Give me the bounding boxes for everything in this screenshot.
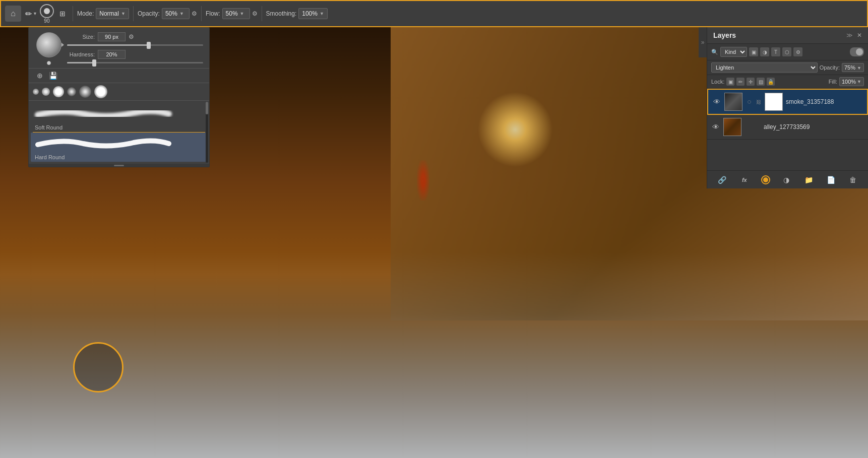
brush-list-item-hard-round[interactable]: Hard Round <box>31 133 207 162</box>
brush-presets-row <box>29 83 209 100</box>
flow-label: Flow: <box>206 10 220 17</box>
lock-artboard-icon[interactable]: ▨ <box>757 78 765 86</box>
size-slider-thumb[interactable] <box>147 42 151 49</box>
new-layer-button[interactable]: 📄 <box>825 174 836 185</box>
filter-shape-icon[interactable]: ⬡ <box>782 47 791 56</box>
size-input[interactable] <box>98 32 126 41</box>
collapse-arrow-icon: » <box>701 39 705 46</box>
delete-layer-button[interactable]: 🗑 <box>847 174 858 185</box>
brush-action-icons-row: ⊕ 💾 <box>29 68 209 83</box>
layers-panel-collapse[interactable]: ≫ <box>846 32 853 39</box>
hard-round-preview <box>33 134 205 154</box>
blend-mode-select[interactable]: Lighten <box>711 62 818 73</box>
brush-preview-circle[interactable] <box>36 32 61 57</box>
size-slider[interactable] <box>67 44 203 46</box>
layer-fx-button[interactable]: fx <box>739 174 750 185</box>
brush-tool-button[interactable]: ✏ ▼ <box>25 9 37 19</box>
blend-opacity-row: Lighten Opacity: 75% ▼ <box>707 60 868 75</box>
filter-adjust-icon[interactable]: ◑ <box>760 47 769 56</box>
hardness-slider[interactable] <box>67 62 203 63</box>
hardness-slider-thumb[interactable] <box>92 59 96 67</box>
home-button[interactable]: ⌂ <box>5 6 21 22</box>
brush-preset-3[interactable] <box>53 86 64 97</box>
save-brush-icon[interactable]: 💾 <box>47 71 59 81</box>
kind-filter-icon: 🔍 <box>711 49 718 55</box>
layer-group-button[interactable]: 📁 <box>803 174 814 185</box>
brush-list-item-soft-round[interactable]: Soft Round <box>31 103 207 132</box>
smoothing-input[interactable]: 100% ▼ <box>298 8 328 19</box>
smoke-layer-info: smoke_31357188 <box>786 98 863 105</box>
brush-preset-6[interactable] <box>94 85 107 98</box>
hardness-input[interactable] <box>98 50 126 59</box>
add-brush-icon[interactable]: ⊕ <box>35 71 45 81</box>
layers-right-collapse-handle[interactable]: » <box>699 27 707 57</box>
filter-type-icon[interactable]: T <box>771 47 780 56</box>
layers-panel-close[interactable]: ✕ <box>857 32 862 39</box>
size-settings-icon[interactable]: ⚙ <box>129 33 134 40</box>
separator-1 <box>73 6 73 21</box>
filter-pixel-icon[interactable]: ▣ <box>749 47 758 56</box>
layer-visibility-smoke[interactable]: 👁 <box>712 97 721 106</box>
soft-round-preview <box>33 104 205 124</box>
lock-paint-icon[interactable]: ✏ <box>736 78 745 86</box>
layer-item-alley[interactable]: 👁 alley_127733569 <box>707 115 868 140</box>
layers-filter-row: 🔍 Kind ▣ ◑ T ⬡ ⚙ <box>707 44 868 60</box>
smoke-layer-name: smoke_31357188 <box>786 98 834 105</box>
flow-input[interactable]: 50% ▼ <box>222 8 250 19</box>
mask-circle-fill <box>763 177 768 182</box>
layers-panel: Layers ≫ ✕ 🔍 Kind ▣ ◑ T ⬡ ⚙ Lighten Opac… <box>707 27 868 188</box>
fill-value-text: 100% <box>842 79 856 85</box>
brush-panel: Size: ⚙ Hardness: <box>28 27 210 167</box>
lock-position-icon[interactable]: ✛ <box>747 78 755 86</box>
brush-preset-5[interactable] <box>79 86 91 98</box>
eye-icon-smoke: 👁 <box>713 98 720 106</box>
brush-list-scroll-thumb[interactable] <box>206 102 208 114</box>
layer-item-smoke[interactable]: 👁 ⬡ ⛓ smoke_31357188 <box>707 89 868 115</box>
smoke-badge: ⬡ <box>746 98 753 105</box>
filter-toggle[interactable] <box>850 47 864 56</box>
layer-link-button[interactable]: 🔗 <box>717 174 728 185</box>
brush-icon: ✏ <box>25 9 32 19</box>
brush-sliders: Size: ⚙ Hardness: <box>67 32 203 63</box>
smoothing-dropdown-arrow: ▼ <box>320 11 324 16</box>
smoothing-label: Smoothing: <box>266 10 297 17</box>
fill-value-box[interactable]: 100% ▼ <box>839 77 864 86</box>
hardness-label: Hardness: <box>67 51 95 57</box>
brush-options-icon[interactable]: ⊞ <box>56 8 69 20</box>
layer-chain-icon: ⛓ <box>756 99 761 105</box>
opacity-options-icon[interactable]: ⚙ <box>192 10 197 17</box>
layer-visibility-alley[interactable]: 👁 <box>711 122 720 132</box>
brush-panel-resize-handle[interactable] <box>29 164 209 167</box>
brush-preset-2[interactable] <box>42 88 50 96</box>
resize-indicator <box>114 165 124 166</box>
lock-pixels-icon[interactable]: ▣ <box>726 78 734 86</box>
brush-list-scrollbar[interactable] <box>206 102 208 163</box>
layers-panel-header: Layers ≫ ✕ <box>707 27 868 44</box>
layer-mask-button[interactable] <box>761 175 770 184</box>
brush-preset-4[interactable] <box>67 87 76 96</box>
flow-options-icon[interactable]: ⚙ <box>252 10 258 17</box>
toolbar: ⌂ ✏ ▼ 90 ⊞ Mode: Normal ▼ Opacity: 50% ▼… <box>0 0 868 27</box>
mode-group: Mode: Normal ▼ <box>77 8 129 19</box>
opacity-value-box[interactable]: 75% ▼ <box>842 63 864 72</box>
opacity-dropdown-arrow: ▼ <box>179 11 184 16</box>
flow-value: 50% <box>226 10 238 17</box>
smoke-mask-thumb <box>765 93 783 111</box>
lock-all-icon[interactable]: 🔒 <box>767 78 775 86</box>
brush-preset-1[interactable] <box>33 89 39 95</box>
opacity-group: Opacity: 50% ▼ ⚙ <box>138 8 197 19</box>
filter-smart-icon[interactable]: ⚙ <box>793 47 802 56</box>
layer-adjustment-button[interactable]: ◑ <box>781 174 792 185</box>
brush-list: Soft Round Hard Round <box>29 100 209 164</box>
smoke-overlay <box>0 252 868 458</box>
brush-preview-row: Size: ⚙ Hardness: <box>29 28 209 68</box>
opacity-input[interactable]: 50% ▼ <box>162 8 190 19</box>
smoothing-value: 100% <box>302 10 318 17</box>
mode-label: Mode: <box>77 10 94 17</box>
opacity-value: 50% <box>165 10 177 17</box>
mode-select[interactable]: Normal ▼ <box>96 8 129 19</box>
brush-cursor-circle <box>73 342 123 392</box>
layers-kind-select[interactable]: Kind <box>720 47 747 57</box>
brush-size-display[interactable]: 90 <box>39 4 54 24</box>
soft-round-label: Soft Round <box>33 124 205 131</box>
